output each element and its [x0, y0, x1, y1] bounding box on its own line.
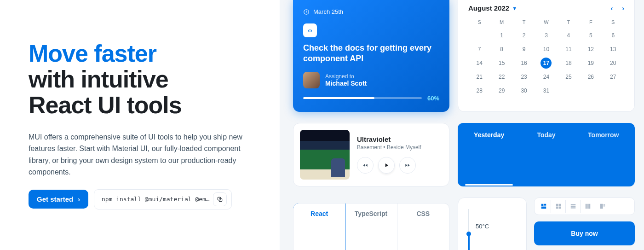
slider-handle-high[interactable]: [466, 232, 471, 236]
calendar: August 2022 ▼ ‹ › SMTWTFS123456789101112…: [458, 0, 635, 112]
columns-icon: [585, 203, 591, 209]
lang-tab-typescript[interactable]: TypeScript: [345, 203, 397, 250]
view-toggle-group: [534, 198, 635, 215]
track-separator: •: [382, 144, 387, 151]
assigned-to-label: Assigned to: [325, 73, 367, 80]
calendar-day[interactable]: 3: [535, 29, 557, 41]
calendar-day[interactable]: 6: [602, 29, 624, 41]
calendar-day[interactable]: 29: [490, 85, 512, 97]
svg-rect-12: [570, 206, 575, 207]
task-date: March 25th: [303, 8, 439, 15]
tab-tomorrow[interactable]: Tomorrow: [575, 126, 632, 184]
svg-rect-9: [556, 206, 558, 209]
title-accent: Move faster: [29, 40, 156, 67]
calendar-day[interactable]: 26: [580, 71, 602, 83]
list-icon: [570, 203, 576, 209]
calendar-day[interactable]: 9: [513, 43, 535, 55]
calendar-day[interactable]: 28: [468, 85, 490, 97]
list-view-toggle[interactable]: [566, 200, 581, 213]
svg-rect-19: [604, 205, 605, 206]
buy-now-primary-button[interactable]: Buy now: [534, 221, 635, 245]
grid-dense-view-toggle[interactable]: [536, 200, 551, 213]
calendar-day[interactable]: 24: [535, 71, 557, 83]
get-started-label: Get started: [37, 195, 73, 203]
grid-view-toggle[interactable]: [551, 200, 566, 213]
svg-rect-15: [587, 204, 588, 209]
calendar-day[interactable]: 4: [558, 29, 580, 41]
next-button[interactable]: [399, 157, 416, 174]
tab-today[interactable]: Today: [518, 126, 575, 184]
svg-rect-4: [544, 204, 546, 205]
calendar-day[interactable]: 31: [535, 85, 557, 97]
svg-rect-10: [558, 206, 561, 209]
album-art: [300, 130, 350, 180]
calendar-dow: T: [513, 17, 535, 28]
previous-button[interactable]: [357, 157, 374, 174]
calendar-day[interactable]: 8: [490, 43, 512, 55]
calendar-day[interactable]: 1: [490, 29, 512, 41]
grid-icon: [555, 203, 562, 209]
track-subtitle: Basement • Beside Myself: [357, 144, 443, 151]
play-button[interactable]: [378, 157, 395, 174]
calendar-day[interactable]: 25: [558, 71, 580, 83]
avatar: [303, 72, 320, 88]
calendar-day[interactable]: 16: [513, 57, 535, 69]
lang-tab-react[interactable]: React: [293, 203, 345, 250]
title-line-2: with intuitive: [29, 66, 168, 93]
svg-rect-5: [544, 205, 546, 206]
calendar-dow: S: [468, 17, 490, 28]
hero-subtitle: MUI offers a comprehensive suite of UI t…: [29, 131, 249, 178]
calendar-day[interactable]: 17: [540, 58, 552, 69]
calendar-day[interactable]: 20: [602, 57, 624, 69]
calendar-dow: S: [602, 17, 624, 28]
svg-rect-17: [600, 204, 603, 209]
calendar-day[interactable]: 15: [490, 57, 512, 69]
calendar-day: [558, 85, 580, 97]
calendar-month-picker[interactable]: August 2022 ▼: [468, 4, 517, 12]
page-title: Move faster with intuitive React UI tool…: [29, 41, 280, 118]
copy-button[interactable]: [213, 192, 227, 206]
svg-rect-20: [604, 206, 605, 207]
calendar-day[interactable]: 12: [580, 43, 602, 55]
reader-view-toggle[interactable]: [595, 200, 610, 213]
temperature-slider-card: 50°C 25°C: [458, 198, 527, 250]
calendar-day[interactable]: 14: [468, 57, 490, 69]
calendar-day[interactable]: 27: [602, 71, 624, 83]
task-date-text: March 25th: [313, 8, 343, 15]
install-command-text: npm install @mui/material @emotion…: [102, 196, 213, 203]
lang-tab-css[interactable]: CSS: [397, 203, 449, 250]
calendar-month-label: August 2022: [468, 4, 509, 12]
calendar-day[interactable]: 18: [558, 57, 580, 69]
svg-rect-3: [541, 204, 543, 206]
calendar-prev-button[interactable]: ‹: [611, 5, 613, 12]
calendar-day[interactable]: 21: [468, 71, 490, 83]
calendar-day[interactable]: 23: [513, 71, 535, 83]
install-command-box[interactable]: npm install @mui/material @emotion…: [94, 189, 232, 209]
calendar-day[interactable]: 7: [468, 43, 490, 55]
calendar-day[interactable]: 22: [490, 71, 512, 83]
calendar-day[interactable]: 30: [513, 85, 535, 97]
calendar-day: [602, 85, 624, 97]
calendar-day[interactable]: 19: [580, 57, 602, 69]
slider-track[interactable]: [468, 209, 469, 250]
calendar-day[interactable]: 5: [580, 29, 602, 41]
tab-yesterday[interactable]: Yesterday: [460, 126, 518, 184]
music-player-card: Ultraviolet Basement • Beside Myself: [293, 123, 449, 186]
copy-icon: [217, 196, 223, 203]
svg-rect-18: [604, 204, 605, 205]
columns-view-toggle[interactable]: [581, 200, 595, 213]
calendar-day[interactable]: 11: [558, 43, 580, 55]
get-started-button[interactable]: Get started ›: [29, 190, 88, 209]
progress-bar: [303, 97, 422, 99]
calendar-next-button[interactable]: ›: [622, 5, 624, 12]
title-line-3: React UI tools: [29, 92, 182, 118]
calendar-day[interactable]: 13: [602, 43, 624, 55]
day-tabs: YesterdayTodayTomorrow: [458, 123, 635, 186]
track-album: Beside Myself: [387, 144, 421, 151]
calendar-day[interactable]: 2: [513, 29, 535, 41]
track-artist: Basement: [357, 144, 382, 151]
code-icon: ‹›: [303, 23, 317, 37]
slider-high-label: 50°C: [476, 223, 489, 230]
calendar-day[interactable]: 10: [535, 43, 557, 55]
progress-percent: 60%: [427, 95, 439, 102]
